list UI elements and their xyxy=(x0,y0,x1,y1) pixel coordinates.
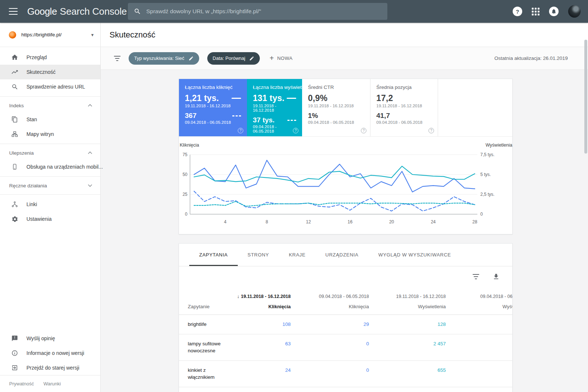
clicks2-cell: 0 xyxy=(291,340,369,348)
chip-search-type[interactable]: Typ wyszukiwania: Sieć xyxy=(129,52,199,65)
tile-total-impressions[interactable]: Łączna liczba wyświetleń 131 tys. 19.11.… xyxy=(247,79,302,136)
menu-icon[interactable] xyxy=(9,8,18,15)
site-favicon xyxy=(9,31,16,39)
sidebar-item-sitemaps[interactable]: Mapy witryn xyxy=(0,127,100,141)
tile-average-ctr[interactable]: Średni CTR 0,9% 19.11.2018 - 16.12.2018 … xyxy=(302,79,370,136)
chip-date-compare[interactable]: Data: Porównaj xyxy=(207,52,260,65)
svg-text:28: 28 xyxy=(472,219,477,224)
sidebar-item-url-inspection[interactable]: Sprawdzenie adresu URL xyxy=(0,79,100,94)
user-avatar[interactable] xyxy=(568,5,581,18)
notifications-bell-icon[interactable] xyxy=(549,7,559,16)
tile-average-position[interactable]: Średnia pozycja 17,2 19.11.2018 - 16.12.… xyxy=(370,79,438,136)
impressions1-cell: 2 457 xyxy=(369,340,446,348)
table-row[interactable]: brightlife 108 29 128 xyxy=(179,315,513,334)
tab-pages[interactable]: STRONY xyxy=(238,244,279,266)
svg-text:Kliknięcia: Kliknięcia xyxy=(180,143,199,148)
clicks2-cell: 0 xyxy=(291,367,369,374)
table-filter-icon[interactable] xyxy=(473,274,479,279)
performance-line-chart[interactable]: 757,5 tys.505 tys.252,5 tys.004812162024… xyxy=(179,137,512,234)
sidebar-item-new-version-info[interactable]: Informacje o nowej wersji xyxy=(0,346,100,360)
column-header-impressions-period2[interactable]: 09.04.2018 - 06.05.2018 Wyświetlenia xyxy=(446,293,513,310)
chevron-down-icon: ▼ xyxy=(90,33,94,37)
sitemap-icon xyxy=(11,130,18,138)
svg-text:0: 0 xyxy=(480,212,483,217)
query-cell: lampy sufitowe nowoczesne xyxy=(188,340,236,355)
page-header: Skuteczność xyxy=(101,23,588,47)
filterbar: Typ wyszukiwania: Sieć Data: Porównaj + … xyxy=(101,47,588,70)
column-header-impressions-period1[interactable]: 19.11.2018 - 16.12.2018 Wyświetlenia xyxy=(369,293,446,310)
divider xyxy=(0,194,100,195)
dashed-line-legend-icon xyxy=(232,115,241,116)
sidebar-item-old-version[interactable]: Przejdź do starej wersji xyxy=(0,360,100,375)
table-toolbar xyxy=(179,266,512,287)
svg-text:Wyświetlenia: Wyświetlenia xyxy=(485,143,512,148)
page-scrollbar[interactable] xyxy=(584,40,587,154)
divider xyxy=(0,176,100,177)
sidebar-item-coverage[interactable]: Stan xyxy=(0,112,100,127)
clicks1-cell: 24 xyxy=(236,367,291,374)
topbar: Google Search Console ? xyxy=(0,0,588,23)
column-header-query[interactable]: Zapytanie xyxy=(188,303,236,310)
column-header-clicks-period2[interactable]: 09.04.2018 - 06.05.2018 Kliknięcia xyxy=(291,293,369,310)
position-value-period2: 41,7 xyxy=(376,112,390,120)
clicks-value-period1: 1,21 tys. xyxy=(185,93,219,103)
dashed-line-legend-icon xyxy=(287,120,296,121)
svg-text:12: 12 xyxy=(306,219,311,224)
query-cell: brightlife xyxy=(188,321,236,328)
section-manual-actions[interactable]: Ręczne działania xyxy=(0,179,100,192)
column-header-clicks-period1[interactable]: ↓19.11.2018 - 16.12.2018 Kliknięcia xyxy=(236,293,291,310)
sidebar-item-links[interactable]: Linki xyxy=(0,197,100,212)
new-filter-button[interactable]: + NOWA xyxy=(269,54,293,62)
queries-table-card: ZAPYTANIA STRONY KRAJE URZĄDZENIA WYGLĄD… xyxy=(179,243,513,392)
search-input[interactable] xyxy=(146,8,381,15)
tab-countries[interactable]: KRAJE xyxy=(279,244,315,266)
performance-trending-icon xyxy=(11,68,18,76)
url-inspect-searchbox[interactable] xyxy=(128,3,387,20)
search-icon xyxy=(134,8,141,15)
tab-devices[interactable]: URZĄDZENIA xyxy=(315,244,368,266)
impressions1-cell: 128 xyxy=(369,321,446,328)
property-url: https://brightlife.pl/ xyxy=(21,32,90,37)
sidebar-item-performance[interactable]: Skuteczność xyxy=(0,65,100,79)
sidebar-item-overview[interactable]: Przegląd xyxy=(0,50,100,65)
tab-queries[interactable]: ZAPYTANIA xyxy=(189,244,238,266)
help-icon[interactable]: ? xyxy=(429,128,434,133)
exit-to-app-icon xyxy=(11,364,18,371)
ctr-value-period1: 0,9% xyxy=(308,93,327,103)
divider xyxy=(0,144,100,144)
filter-icon[interactable] xyxy=(114,56,121,61)
solid-line-legend-icon xyxy=(287,98,296,99)
impressions1-cell: 655 xyxy=(369,367,446,374)
svg-text:20: 20 xyxy=(389,219,394,224)
pencil-icon xyxy=(189,56,194,61)
table-row[interactable]: lampy sufitowe nowoczesne 63 0 2 457 xyxy=(179,334,513,361)
sidebar-item-feedback[interactable]: Wyślij opinię xyxy=(0,331,100,346)
gear-icon xyxy=(11,215,18,223)
help-icon[interactable]: ? xyxy=(361,128,366,133)
feedback-icon xyxy=(11,335,18,342)
tile-total-clicks[interactable]: Łączna liczba kliknięć 1,21 tys. 19.11.2… xyxy=(179,79,247,136)
sidebar-item-mobile-usability[interactable]: Obsługa na urządzeniach mobil... xyxy=(0,159,100,174)
app-logo[interactable]: Google Search Console xyxy=(27,6,127,17)
download-icon[interactable] xyxy=(492,273,500,280)
section-index[interactable]: Indeks xyxy=(0,99,100,112)
section-enhancements[interactable]: Ulepszenia xyxy=(0,146,100,159)
pages-icon xyxy=(11,116,18,123)
sidebar-item-settings[interactable]: Ustawienia xyxy=(0,212,100,226)
help-icon[interactable]: ? xyxy=(293,128,298,133)
property-selector[interactable]: https://brightlife.pl/ ▼ xyxy=(0,23,100,47)
performance-chart-card: Łączna liczba kliknięć 1,21 tys. 19.11.2… xyxy=(179,79,513,234)
svg-text:7,5 tys.: 7,5 tys. xyxy=(480,152,495,157)
help-icon[interactable]: ? xyxy=(238,128,243,133)
terms-link[interactable]: Warunki xyxy=(43,381,61,386)
svg-text:8: 8 xyxy=(266,219,268,224)
apps-grid-icon[interactable] xyxy=(532,8,539,15)
privacy-link[interactable]: Prywatność xyxy=(9,381,34,386)
chevron-up-icon xyxy=(88,104,92,107)
dimension-tabs: ZAPYTANIA STRONY KRAJE URZĄDZENIA WYGLĄD… xyxy=(179,244,512,266)
table-row[interactable]: kinkiet z włącznikiem 24 0 655 xyxy=(179,361,513,387)
table-header-row: Zapytanie ↓19.11.2018 - 16.12.2018 Klikn… xyxy=(179,287,513,315)
table-body: brightlife 108 29 128 lampy sufitowe now… xyxy=(179,315,512,387)
tab-search-appearance[interactable]: WYGLĄD W WYSZUKIWARCE xyxy=(368,244,461,266)
help-icon[interactable]: ? xyxy=(513,7,522,16)
